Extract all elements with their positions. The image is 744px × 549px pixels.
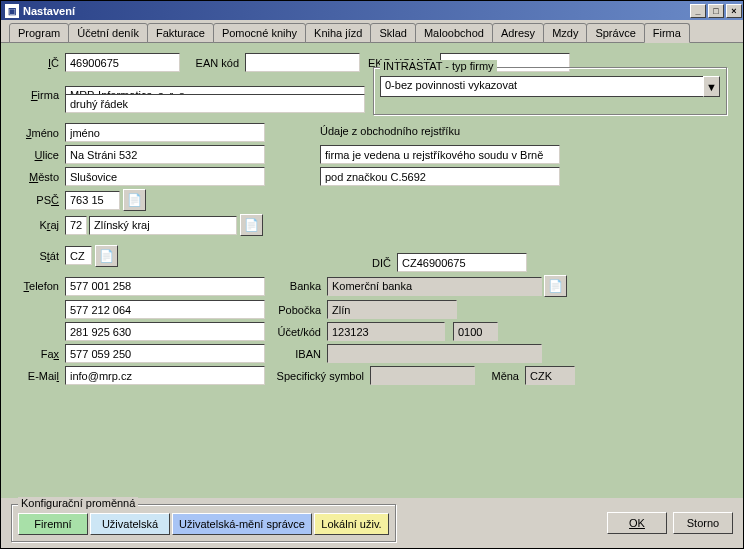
banka-input[interactable] — [327, 277, 542, 296]
stat-input[interactable] — [65, 246, 92, 265]
tab-firma[interactable]: Firma — [644, 23, 690, 43]
specsym-input[interactable] — [370, 366, 475, 385]
tel3-input[interactable] — [65, 322, 265, 341]
minimize-button[interactable]: _ — [690, 4, 706, 18]
pobocka-input[interactable] — [327, 300, 457, 319]
banka-lookup-button[interactable]: 📄 — [544, 275, 567, 297]
label-telefon: Telefon — [15, 280, 65, 292]
tel2-input[interactable] — [65, 300, 265, 319]
ean-input[interactable] — [245, 53, 360, 72]
label-stat: Stát — [15, 250, 65, 262]
label-ean: EAN kód — [180, 57, 245, 69]
firemni-button[interactable]: Firemní — [18, 513, 88, 535]
tel1-input[interactable] — [65, 277, 265, 296]
psc-input[interactable] — [65, 191, 120, 210]
psc-lookup-button[interactable]: 📄 — [123, 189, 146, 211]
tab-bar: Program Účetní deník Fakturace Pomocné k… — [1, 20, 743, 43]
storno-button[interactable]: Storno — [673, 512, 733, 534]
tab-spravce[interactable]: Správce — [586, 23, 644, 43]
intrastat-value: 0-bez povinnosti vykazovat — [380, 76, 703, 97]
uzivatelska-spravce-button[interactable]: Uživatelská-mění správce — [172, 513, 312, 535]
label-ucet: Účet/kód — [265, 326, 327, 338]
bottom-bar: Konfigurační proměnná Firemní Uživatelsk… — [1, 498, 743, 548]
tab-kniha-jizd[interactable]: Kniha jízd — [305, 23, 371, 43]
firma2-input[interactable] — [65, 94, 365, 113]
label-banka: Banka — [265, 280, 327, 292]
label-mena: Měna — [475, 370, 525, 382]
iban-input[interactable] — [327, 344, 542, 363]
obch1-input[interactable] — [320, 145, 560, 164]
mesto-input[interactable] — [65, 167, 265, 186]
label-pobocka: Pobočka — [265, 304, 327, 316]
tab-fakturace[interactable]: Fakturace — [147, 23, 214, 43]
ucet-input[interactable] — [327, 322, 445, 341]
email-input[interactable] — [65, 366, 265, 385]
tab-pomocne-knihy[interactable]: Pomocné knihy — [213, 23, 306, 43]
label-mesto: Město — [15, 171, 65, 183]
uzivatelska-button[interactable]: Uživatelská — [90, 513, 170, 535]
lokalni-button[interactable]: Lokální uživ. — [314, 513, 389, 535]
label-intrastat: INTRASTAT - typ firmy — [380, 60, 497, 72]
tab-ucetni-denik[interactable]: Účetní deník — [68, 23, 148, 43]
label-firma: Firma — [15, 89, 65, 101]
window-title: Nastavení — [23, 5, 75, 17]
label-dic: DIČ — [337, 257, 397, 269]
kraj-input[interactable] — [89, 216, 237, 235]
settings-window: ▣ Nastavení _ □ × Program Účetní deník F… — [0, 0, 744, 549]
dropdown-icon[interactable]: ▼ — [703, 76, 720, 97]
label-jmeno: Jméno — [15, 127, 65, 139]
fax-input[interactable] — [65, 344, 265, 363]
label-kraj: Kraj — [15, 219, 65, 231]
ok-button[interactable]: OK — [607, 512, 667, 534]
label-email: E-Mail — [15, 370, 65, 382]
label-psc: PSČ — [15, 194, 65, 206]
label-obchodni-rejstrik: Údaje z obchodního rejstříku — [320, 125, 460, 137]
close-button[interactable]: × — [726, 4, 742, 18]
label-fax: Fax — [15, 348, 65, 360]
kraj-lookup-button[interactable]: 📄 — [240, 214, 263, 236]
tab-maloobchod[interactable]: Maloobchod — [415, 23, 493, 43]
dic-input[interactable] — [397, 253, 527, 272]
titlebar: ▣ Nastavení _ □ × — [1, 1, 743, 20]
label-ulice: Ulice — [15, 149, 65, 161]
config-var-legend: Konfigurační proměnná — [18, 497, 138, 509]
stat-lookup-button[interactable]: 📄 — [95, 245, 118, 267]
tab-sklad[interactable]: Sklad — [370, 23, 416, 43]
mena-input[interactable] — [525, 366, 575, 385]
ucet-kod-input[interactable] — [453, 322, 498, 341]
tab-mzdy[interactable]: Mzdy — [543, 23, 587, 43]
obch2-input[interactable] — [320, 167, 560, 186]
maximize-button[interactable]: □ — [708, 4, 724, 18]
label-ic: IČ — [15, 57, 65, 69]
kraj-kod-input[interactable] — [65, 216, 87, 235]
ic-input[interactable] — [65, 53, 180, 72]
ulice-input[interactable] — [65, 145, 265, 164]
label-specsym: Specifický symbol — [265, 370, 370, 382]
config-var-group: Konfigurační proměnná Firemní Uživatelsk… — [11, 504, 396, 542]
label-iban: IBAN — [265, 348, 327, 360]
intrastat-select[interactable]: 0-bez povinnosti vykazovat ▼ — [380, 76, 720, 97]
app-icon: ▣ — [5, 4, 19, 18]
form-panel: IČ EAN kód EKO-KOM ID Firma INTRASTAT - … — [1, 43, 743, 498]
jmeno-input[interactable] — [65, 123, 265, 142]
tab-program[interactable]: Program — [9, 23, 69, 43]
tab-adresy[interactable]: Adresy — [492, 23, 544, 43]
